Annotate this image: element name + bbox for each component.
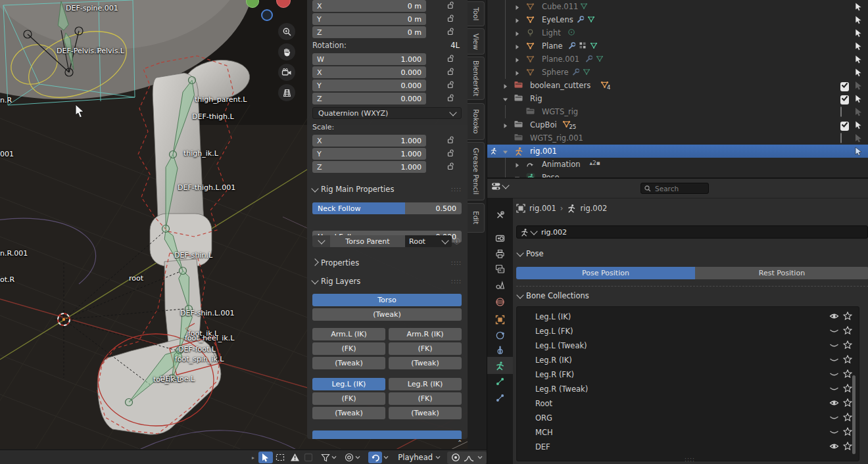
pose-panel-header[interactable]: Pose: [518, 249, 544, 258]
pose-position-button[interactable]: Pose Position: [516, 267, 695, 279]
rig-layer-button[interactable]: Leg.R (IK): [389, 378, 462, 390]
selectable-toggle[interactable]: [854, 2, 863, 13]
panel-scroll-more-icon[interactable]: ⌃: [457, 439, 462, 446]
visibility-toggle[interactable]: [829, 428, 839, 438]
properties-tab-bone[interactable]: [487, 373, 513, 390]
properties-tab-view-layer[interactable]: [487, 260, 513, 277]
visibility-toggle[interactable]: [829, 442, 839, 452]
exclude-checkbox[interactable]: [840, 81, 849, 91]
rotation-w-field[interactable]: W 1.000: [312, 53, 426, 65]
rig-layer-partial-button[interactable]: [312, 430, 462, 439]
header-expand-arrow[interactable]: ▸: [252, 452, 254, 463]
bone-collection-row[interactable]: Leg.R (IK): [517, 353, 859, 367]
torso-parent-expand-button[interactable]: [312, 235, 330, 247]
expand-arrow[interactable]: [514, 3, 520, 12]
rotation-mode-dropdown[interactable]: Quaternion (WXYZ): [312, 107, 462, 119]
panel-grip[interactable]: ::::: [451, 278, 462, 285]
bone-collection-row[interactable]: Leg.R (Tweak): [517, 382, 859, 396]
exclude-checkbox[interactable]: [840, 94, 849, 104]
bone-collection-row[interactable]: Leg.L (FK): [517, 324, 859, 338]
outliner-row-animation[interactable]: Animation▴2▪: [487, 158, 868, 171]
snap-options-dropdown[interactable]: [383, 452, 389, 463]
lock-toggle[interactable]: [447, 55, 454, 64]
expand-arrow[interactable]: [514, 30, 520, 39]
rig-layer-button[interactable]: (FK): [389, 342, 462, 355]
selectable-toggle[interactable]: [854, 68, 863, 79]
selectable-toggle[interactable]: [854, 133, 863, 145]
solo-star-toggle[interactable]: [843, 427, 852, 438]
solo-star-toggle[interactable]: [843, 326, 852, 336]
tweak-tool-button[interactable]: [258, 452, 272, 463]
expand-arrow[interactable]: [514, 43, 520, 52]
outliner-row-wgts_rig[interactable]: WGTS_rig: [487, 105, 868, 118]
rig-layer-torso-tweak-button[interactable]: (Tweak): [312, 308, 462, 321]
visibility-toggle[interactable]: [829, 384, 839, 394]
rotation-z-field[interactable]: Z 0.000: [312, 93, 426, 104]
outliner-row-eyelens[interactable]: EyeLens: [487, 13, 868, 26]
selectable-toggle[interactable]: [854, 55, 863, 66]
rig-layers-header[interactable]: Rig Layers ::::: [312, 277, 462, 286]
sidebar-tab-rokoko[interactable]: Rokoko: [468, 103, 485, 140]
sidebar-tab-blenderkit[interactable]: BlenderKit: [468, 57, 485, 100]
visibility-toggle[interactable]: [829, 356, 839, 365]
rig-layer-button[interactable]: (Tweak): [389, 357, 462, 369]
visibility-toggle[interactable]: [829, 413, 839, 423]
bone-collection-row[interactable]: Leg.L (Tweak): [517, 338, 859, 353]
outliner-row-plane-001[interactable]: Plane.001: [487, 53, 868, 66]
collapse-arrow[interactable]: [502, 95, 508, 104]
solo-star-toggle[interactable]: [843, 340, 852, 351]
outliner-row-pose[interactable]: Pose: [487, 171, 868, 179]
outliner-row-rig[interactable]: Rig: [487, 92, 868, 105]
rig-layer-button[interactable]: (Tweak): [312, 357, 385, 369]
visibility-toggle[interactable]: [829, 341, 839, 351]
properties-tab-render[interactable]: [487, 229, 513, 246]
camera-view-button[interactable]: [278, 64, 295, 81]
selectable-toggle[interactable]: [854, 15, 863, 26]
outliner-row-rig-001[interactable]: rig.001: [487, 145, 868, 158]
rig-layer-button[interactable]: Arm.L (IK): [312, 328, 385, 340]
collapse-arrow[interactable]: [502, 148, 508, 157]
properties-tab-tool[interactable]: [487, 206, 513, 223]
location-x-field[interactable]: X 0 m: [312, 0, 426, 12]
visibility-toggle[interactable]: [829, 399, 839, 409]
outliner-row-cube-011[interactable]: Cube.011: [487, 0, 868, 13]
lock-toggle[interactable]: [447, 14, 454, 24]
rig-layer-button[interactable]: (Tweak): [389, 407, 462, 419]
solo-star-toggle[interactable]: [843, 384, 852, 394]
sidebar-tab-tool[interactable]: Tool: [468, 1, 485, 26]
expand-arrow[interactable]: [502, 82, 508, 91]
expand-arrow[interactable]: [502, 122, 508, 131]
filter-dropdown[interactable]: [321, 452, 337, 463]
grid-ortho-button[interactable]: [278, 84, 295, 101]
exclude-checkbox[interactable]: [840, 120, 849, 131]
ghost-bone-icon[interactable]: 🛈: [452, 235, 462, 247]
keying-group[interactable]: [447, 452, 487, 464]
bone-collection-row[interactable]: Root: [517, 396, 859, 411]
collapse-arrow[interactable]: [514, 174, 520, 179]
selectable-toggle[interactable]: [854, 94, 863, 105]
outliner-row-light[interactable]: Light: [487, 26, 868, 39]
properties-tab-object-data[interactable]: [487, 357, 513, 374]
rig-layer-button[interactable]: (FK): [389, 392, 462, 405]
selectable-toggle[interactable]: [854, 81, 863, 92]
properties-search[interactable]: [640, 183, 709, 194]
lock-toggle[interactable]: [447, 1, 454, 11]
rotation-x-field[interactable]: X 0.000: [312, 66, 426, 78]
rig-layer-button[interactable]: (FK): [312, 342, 385, 355]
rest-position-button[interactable]: Rest Position: [695, 267, 868, 279]
solo-star-toggle[interactable]: [843, 312, 852, 322]
proportional-editing-dropdown[interactable]: [345, 452, 360, 463]
scale-z-field[interactable]: Z 1.000: [312, 161, 426, 173]
exclude-checkbox[interactable]: [840, 133, 842, 143]
rig-layer-button[interactable]: Leg.L (IK): [312, 378, 385, 390]
properties-tab-object[interactable]: [487, 311, 513, 328]
editor-type-button[interactable]: [491, 181, 508, 191]
rig-main-properties-header[interactable]: Rig Main Properties ::::: [312, 185, 462, 194]
expand-arrow[interactable]: [514, 16, 520, 26]
lock-toggle[interactable]: [447, 81, 454, 91]
solo-star-toggle[interactable]: [843, 369, 852, 380]
bone-collections-header[interactable]: Bone Collections: [518, 291, 589, 300]
rotation-y-field[interactable]: Y 0.000: [312, 80, 426, 91]
neck-follow-slider[interactable]: Neck Follow 0.500: [312, 202, 462, 214]
lock-toggle[interactable]: [447, 136, 454, 146]
